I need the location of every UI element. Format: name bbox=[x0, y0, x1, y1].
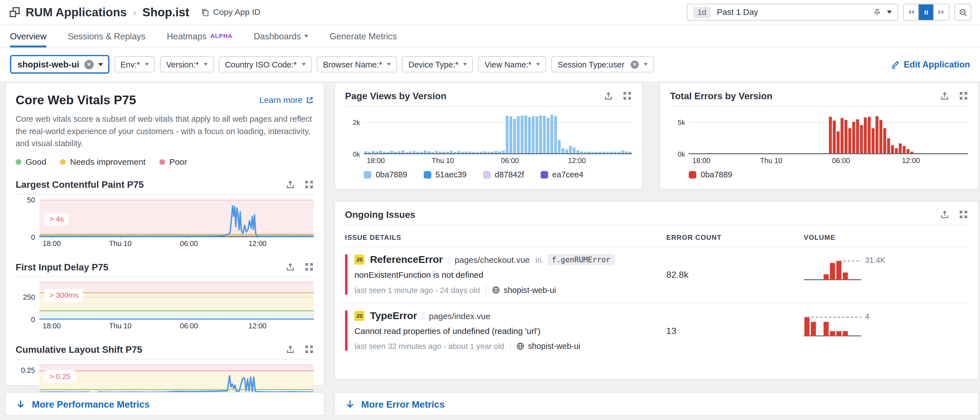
breadcrumb: RUM Applications › Shop.ist Copy App ID bbox=[9, 5, 260, 19]
filter-browser-name[interactable]: Browser Name:* bbox=[317, 56, 397, 73]
divider bbox=[449, 255, 449, 265]
tab-overview[interactable]: Overview bbox=[10, 25, 47, 47]
time-nav-group bbox=[903, 4, 949, 21]
export-icon[interactable] bbox=[286, 262, 295, 271]
time-range-picker[interactable]: 1d Past 1 Day bbox=[687, 4, 898, 21]
x-axis-labels: 18:00Thu 1006:0012:00 bbox=[364, 154, 632, 165]
pin-icon[interactable] bbox=[873, 8, 881, 16]
expand-icon[interactable] bbox=[622, 91, 632, 100]
error-count-value: 13 bbox=[666, 311, 804, 351]
column-issue-details: ISSUE DETAILS bbox=[345, 234, 666, 241]
cwv-legend: Good Needs improvement Poor bbox=[16, 157, 314, 166]
issue-row-reference-error[interactable]: JS ReferenceError pages/checkout.vue in … bbox=[345, 247, 968, 303]
dashboard-content: Core Web Vitals P75 Learn more Core web … bbox=[0, 81, 980, 420]
legend-poor: Poor bbox=[159, 157, 187, 166]
legend-version[interactable]: 0ba7889 bbox=[689, 170, 732, 179]
error-type: TypeError bbox=[370, 311, 417, 322]
fid-chart[interactable]: > 300ms bbox=[40, 282, 314, 319]
chevron-down-icon bbox=[204, 63, 207, 65]
issues-table-header: ISSUE DETAILS ERROR COUNT VOLUME bbox=[345, 234, 968, 241]
export-icon[interactable] bbox=[286, 344, 295, 353]
learn-more-link[interactable]: Learn more bbox=[259, 95, 313, 105]
tab-heatmaps[interactable]: HeatmapsALPHA bbox=[167, 25, 232, 47]
more-performance-metrics-card[interactable]: More Performance Metrics bbox=[5, 392, 325, 416]
issue-row-type-error[interactable]: JS TypeError pages/index.vue Cannot read… bbox=[345, 303, 968, 359]
alpha-badge: ALPHA bbox=[210, 32, 232, 39]
javascript-icon: JS bbox=[354, 255, 364, 265]
filter-device-type[interactable]: Device Type:* bbox=[402, 56, 473, 73]
tab-sessions-replays[interactable]: Sessions & Replays bbox=[68, 25, 146, 47]
expand-icon[interactable] bbox=[304, 179, 313, 189]
chevron-down-icon bbox=[644, 63, 648, 65]
export-icon[interactable] bbox=[286, 179, 295, 189]
filter-bar: shopist-web-ui Env:* Version:* Country I… bbox=[0, 48, 980, 81]
export-icon[interactable] bbox=[940, 210, 949, 219]
total-errors-panel: Total Errors by Version 5k0k 18:00Thu 10… bbox=[659, 82, 979, 190]
chevron-right-icon: › bbox=[133, 7, 136, 17]
time-pause-button[interactable] bbox=[919, 5, 934, 20]
more-error-metrics-link: More Error Metrics bbox=[361, 399, 445, 409]
rum-applications-icon bbox=[9, 6, 21, 18]
tab-dashboards[interactable]: Dashboards bbox=[254, 25, 308, 47]
column-error-count: ERROR COUNT bbox=[666, 234, 804, 241]
volume-peak-label: 31.4K bbox=[865, 256, 885, 265]
export-icon[interactable] bbox=[940, 91, 949, 100]
divider bbox=[510, 342, 511, 350]
panel-title: Total Errors by Version bbox=[670, 90, 773, 101]
clear-icon[interactable] bbox=[84, 60, 94, 69]
divider bbox=[423, 311, 423, 321]
panel-title: Core Web Vitals P75 bbox=[16, 93, 136, 108]
expand-icon[interactable] bbox=[304, 344, 313, 353]
time-range-label: Past 1 Day bbox=[717, 8, 758, 17]
lcp-chart[interactable]: > 4s bbox=[40, 200, 314, 237]
page-views-legend: 0ba7889 51aec39 d87842f ea7cee4 bbox=[364, 170, 632, 179]
app-tag: shopist-web-ui bbox=[492, 285, 556, 295]
y-axis-labels: 2k0k bbox=[345, 113, 364, 154]
edit-application-button[interactable]: Edit Application bbox=[891, 59, 970, 70]
chevron-down-icon bbox=[98, 63, 103, 66]
legend-needs-improvement: Needs improvement bbox=[60, 157, 145, 166]
zoom-out-button[interactable] bbox=[955, 4, 971, 21]
volume-sparkline bbox=[804, 313, 861, 341]
source-path: pages/checkout.vue bbox=[455, 255, 530, 264]
page-views-chart[interactable] bbox=[364, 113, 632, 154]
more-error-metrics-card[interactable]: More Error Metrics bbox=[334, 392, 979, 416]
function-name-chip: f.genRUMError bbox=[547, 254, 615, 265]
breadcrumb-section[interactable]: RUM Applications bbox=[25, 5, 127, 19]
expand-icon[interactable] bbox=[304, 262, 313, 271]
javascript-icon: JS bbox=[354, 311, 364, 321]
down-arrow-icon bbox=[345, 399, 355, 409]
legend-version[interactable]: 0ba7889 bbox=[364, 170, 407, 179]
tab-bar: Overview Sessions & Replays HeatmapsALPH… bbox=[0, 25, 980, 48]
column-volume: VOLUME bbox=[804, 234, 968, 241]
time-backward-button[interactable] bbox=[904, 5, 919, 20]
error-severity-bar bbox=[345, 311, 348, 351]
expand-icon[interactable] bbox=[959, 210, 968, 219]
down-arrow-icon bbox=[16, 399, 26, 409]
chevron-down-icon bbox=[887, 11, 892, 14]
pencil-icon bbox=[891, 60, 900, 69]
total-errors-chart[interactable] bbox=[689, 113, 968, 154]
filter-env[interactable]: Env:* bbox=[114, 56, 155, 73]
clear-icon[interactable] bbox=[631, 60, 639, 68]
filter-country-iso-code[interactable]: Country ISO Code:* bbox=[219, 56, 312, 73]
fid-section: First Input Delay P75 2500 > 300ms 18:00… bbox=[16, 261, 314, 330]
time-forward-button[interactable] bbox=[934, 5, 949, 20]
chevron-down-icon bbox=[387, 63, 391, 65]
panel-title: Ongoing Issues bbox=[345, 209, 415, 220]
total-errors-legend: 0ba7889 bbox=[689, 170, 968, 179]
filter-view-name[interactable]: View Name:* bbox=[479, 56, 547, 73]
application-select[interactable]: shopist-web-ui bbox=[10, 55, 110, 74]
copy-app-id-button[interactable]: Copy App ID bbox=[200, 8, 260, 17]
legend-version[interactable]: d87842f bbox=[483, 170, 524, 179]
chevron-down-icon bbox=[145, 63, 149, 65]
y-axis-labels: 500 bbox=[16, 200, 40, 237]
expand-icon[interactable] bbox=[959, 91, 968, 100]
legend-version[interactable]: ea7cee4 bbox=[540, 170, 584, 179]
legend-version[interactable]: 51aec39 bbox=[423, 170, 467, 179]
filter-session-type[interactable]: Session Type:user bbox=[551, 56, 654, 73]
y-axis-labels: 5k0k bbox=[670, 113, 689, 154]
tab-generate-metrics[interactable]: Generate Metrics bbox=[329, 25, 396, 47]
filter-version[interactable]: Version:* bbox=[160, 56, 214, 73]
export-icon[interactable] bbox=[604, 91, 613, 100]
